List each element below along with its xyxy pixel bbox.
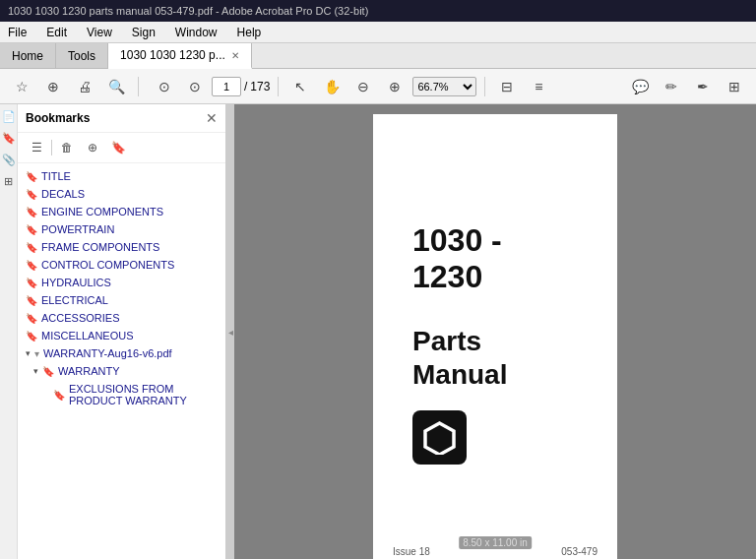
menu-view[interactable]: View <box>83 24 116 41</box>
bm-decals-icon: 🔖 <box>26 189 37 200</box>
bm-add-button[interactable]: ⊕ <box>82 137 103 158</box>
page-separator: / <box>244 80 247 93</box>
bm-electrical[interactable]: 🔖 ELECTRICAL <box>18 291 225 309</box>
bm-warranty-file[interactable]: ▾ ▾ WARRANTY-Aug16-v6.pdf <box>18 344 225 362</box>
menu-bar: File Edit View Sign Window Help <box>0 22 756 43</box>
tab-tools-label: Tools <box>68 49 95 63</box>
menu-help[interactable]: Help <box>233 24 266 41</box>
left-panel: 📄 🔖 📎 ⊞ Bookmarks ✕ ☰ 🗑 ⊕ 🔖 🔖 TITLE <box>0 104 226 559</box>
pdf-content: 1030 - 1230 Parts Manual <box>393 144 598 514</box>
bm-misc-icon: 🔖 <box>26 331 37 342</box>
title-bar: 1030 1030 1230 parts manual 053-479.pdf … <box>0 0 756 22</box>
bm-warranty-icon: 🔖 <box>42 366 54 377</box>
bm-warranty-file-label: WARRANTY-Aug16-v6.pdf <box>43 347 172 359</box>
tab-home-label: Home <box>12 49 43 63</box>
tab-tools[interactable]: Tools <box>56 43 108 68</box>
search-button[interactable]: 🔍 <box>102 73 130 100</box>
bm-frame-label: FRAME COMPONENTS <box>41 241 159 253</box>
bm-accessories-label: ACCESSORIES <box>41 312 119 324</box>
bookmarks-title: Bookmarks <box>26 111 90 125</box>
bm-frame-components[interactable]: 🔖 FRAME COMPONENTS <box>18 238 225 256</box>
bm-decals[interactable]: 🔖 DECALS <box>18 185 225 203</box>
menu-file[interactable]: File <box>4 24 31 41</box>
bookmarks-toolbar: ☰ 🗑 ⊕ 🔖 <box>18 133 225 163</box>
bm-engine-icon: 🔖 <box>26 207 37 217</box>
bm-control-label: CONTROL COMPONENTS <box>41 259 174 271</box>
main-area: 📄 🔖 📎 ⊞ Bookmarks ✕ ☰ 🗑 ⊕ 🔖 🔖 TITLE <box>0 104 756 559</box>
favorites-button[interactable]: ⊕ <box>39 73 67 100</box>
hand-tool-button[interactable]: ✋ <box>318 73 346 100</box>
side-icon-page[interactable]: 📄 <box>1 108 17 124</box>
bm-engine-label: ENGINE COMPONENTS <box>41 206 163 217</box>
bm-powertrain-icon: 🔖 <box>26 224 37 235</box>
side-icon-bookmark[interactable]: 🔖 <box>1 130 17 146</box>
comment-button[interactable]: 💬 <box>626 73 654 100</box>
zoom-select[interactable]: 50% 66.7% 75% 100% 125% 150% 200% <box>412 77 476 96</box>
bm-powertrain[interactable]: 🔖 POWERTRAIN <box>18 220 225 238</box>
bm-exclusions-icon: 🔖 <box>53 390 65 401</box>
side-icons: 📄 🔖 📎 ⊞ <box>0 104 18 559</box>
bm-accessories-icon: 🔖 <box>26 313 37 324</box>
bm-hydraulics-icon: 🔖 <box>26 278 37 288</box>
annotate-button[interactable]: ✒ <box>689 73 717 100</box>
tab-home[interactable]: Home <box>0 43 56 68</box>
bm-electrical-icon: 🔖 <box>26 295 37 306</box>
share-button[interactable]: ⊞ <box>721 73 748 100</box>
menu-edit[interactable]: Edit <box>42 24 71 41</box>
bm-warranty-label: WARRANTY <box>58 365 120 377</box>
menu-window[interactable]: Window <box>171 24 221 41</box>
bm-engine-components[interactable]: 🔖 ENGINE COMPONENTS <box>18 203 225 220</box>
bm-warranty-file-icon: ▾ <box>34 348 39 359</box>
toolbar-sep-3 <box>484 77 485 96</box>
bm-exclusions[interactable]: 🔖 EXCLUSIONS FROM PRODUCT WARRANTY <box>18 380 225 409</box>
bookmarks-panel: Bookmarks ✕ ☰ 🗑 ⊕ 🔖 🔖 TITLE 🔖 DECALS <box>18 104 225 559</box>
page-total: 173 <box>250 80 270 93</box>
toolbar-sep-2 <box>278 77 279 96</box>
page-size-label: 8.50 x 11.00 in <box>459 536 532 549</box>
prev-page-button[interactable]: ⊙ <box>151 73 178 100</box>
bookmark-tree: 🔖 TITLE 🔖 DECALS 🔖 ENGINE COMPONENTS 🔖 P… <box>18 163 225 559</box>
highlight-button[interactable]: ✏ <box>658 73 685 100</box>
side-icon-layers[interactable]: ⊞ <box>1 173 17 189</box>
bm-delete-button[interactable]: 🗑 <box>56 137 78 158</box>
pdf-area: 1030 - 1230 Parts Manual Issue 18 053-47… <box>234 104 756 559</box>
scroll-button[interactable]: ≡ <box>525 73 552 100</box>
bm-powertrain-label: POWERTRAIN <box>41 223 114 235</box>
zoom-out-button[interactable]: ⊖ <box>349 73 377 100</box>
bm-warranty[interactable]: ▾ 🔖 WARRANTY <box>18 362 225 380</box>
bm-bookmark-button[interactable]: 🔖 <box>107 137 129 158</box>
bookmarks-header: Bookmarks ✕ <box>18 104 225 133</box>
menu-sign[interactable]: Sign <box>128 24 159 41</box>
bookmarks-close-button[interactable]: ✕ <box>206 110 218 126</box>
bm-warranty-file-chevron: ▾ <box>26 348 31 358</box>
tab-doc-label: 1030 1030 1230 p... <box>120 48 225 62</box>
pdf-logo <box>412 410 467 465</box>
bm-options-button[interactable]: ☰ <box>26 137 47 158</box>
select-tool-button[interactable]: ↖ <box>286 73 314 100</box>
bm-title[interactable]: 🔖 TITLE <box>18 167 225 185</box>
bm-title-icon: 🔖 <box>26 171 37 182</box>
bm-miscellaneous[interactable]: 🔖 MISCELLANEOUS <box>18 327 225 344</box>
bm-misc-label: MISCELLANEOUS <box>41 330 134 342</box>
toolbar: ☆ ⊕ 🖨 🔍 ⊙ ⊙ / 173 ↖ ✋ ⊖ ⊕ 50% 66.7% 75% … <box>0 69 756 104</box>
bm-frame-icon: 🔖 <box>26 242 37 253</box>
bm-hydraulics-label: HYDRAULICS <box>41 277 111 288</box>
print-button[interactable]: 🖨 <box>71 73 98 100</box>
next-page-button[interactable]: ⊙ <box>181 73 209 100</box>
bm-sep-1 <box>51 140 52 155</box>
side-icon-attach[interactable]: 📎 <box>1 152 17 167</box>
fit-page-button[interactable]: ⊟ <box>493 73 521 100</box>
bm-hydraulics[interactable]: 🔖 HYDRAULICS <box>18 274 225 291</box>
pdf-title: 1030 - 1230 <box>412 222 578 295</box>
tab-doc-close[interactable]: ✕ <box>231 50 239 61</box>
back-button[interactable]: ☆ <box>8 73 35 100</box>
bm-title-label: TITLE <box>41 170 71 182</box>
title-text: 1030 1030 1230 parts manual 053-479.pdf … <box>8 5 368 17</box>
zoom-in-button[interactable]: ⊕ <box>381 73 409 100</box>
resize-handle[interactable]: ◂ <box>226 104 234 559</box>
page-number-input[interactable] <box>212 77 241 96</box>
bm-accessories[interactable]: 🔖 ACCESSORIES <box>18 309 225 327</box>
bm-control-components[interactable]: 🔖 CONTROL COMPONENTS <box>18 256 225 274</box>
tab-doc[interactable]: 1030 1030 1230 p... ✕ <box>108 43 252 69</box>
pdf-issue: Issue 18 <box>393 546 430 557</box>
